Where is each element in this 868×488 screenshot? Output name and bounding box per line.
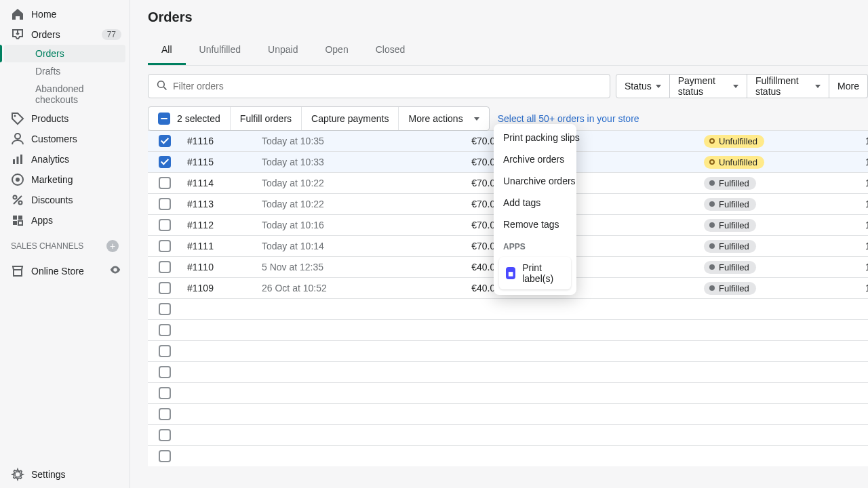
menu-print-slips[interactable]: Print packing slips xyxy=(494,127,576,148)
row-checkbox[interactable] xyxy=(159,408,171,420)
sidebar: Home Orders 77 Orders Drafts Abandoned c… xyxy=(0,0,130,488)
tab-unpaid[interactable]: Unpaid xyxy=(254,36,311,65)
order-number[interactable]: #1110 xyxy=(182,262,256,272)
bulk-capture-button[interactable]: Capture payments xyxy=(302,107,399,130)
filter-more[interactable]: More xyxy=(829,74,868,98)
order-number[interactable]: #1113 xyxy=(182,199,256,209)
filter-status[interactable]: Status xyxy=(616,74,670,98)
order-number[interactable]: #1111 xyxy=(182,241,256,251)
nav-customers[interactable]: Customers xyxy=(0,129,130,149)
menu-unarchive[interactable]: Unarchive orders xyxy=(494,170,576,192)
order-number[interactable]: #1116 xyxy=(182,136,256,146)
apps-icon xyxy=(11,214,24,227)
bulk-more-actions-button[interactable]: More actions xyxy=(399,107,488,130)
menu-add-tags[interactable]: Add tags xyxy=(494,192,576,214)
filter-payment[interactable]: Payment status xyxy=(670,74,747,98)
fulfillment-status: Fulfilled xyxy=(698,261,860,274)
row-checkbox[interactable] xyxy=(159,450,171,462)
nav-apps[interactable]: Apps xyxy=(0,210,130,230)
bulk-fulfill-button[interactable]: Fulfill orders xyxy=(231,107,302,130)
nav-analytics[interactable]: Analytics xyxy=(0,149,130,169)
subnav-drafts[interactable]: Drafts xyxy=(4,62,125,80)
menu-remove-tags[interactable]: Remove tags xyxy=(494,214,576,235)
fulfillment-status: Unfulfilled xyxy=(698,135,860,148)
row-checkbox[interactable] xyxy=(159,303,171,315)
order-number[interactable]: #1115 xyxy=(182,157,256,167)
order-number[interactable]: #1109 xyxy=(182,283,256,293)
search-input[interactable] xyxy=(173,75,610,98)
order-date: Today at 10:33 xyxy=(256,157,359,167)
checkbox-indeterminate-icon[interactable] xyxy=(158,113,170,125)
fulfillment-status: Fulfilled xyxy=(698,198,860,211)
row-checkbox[interactable] xyxy=(159,261,171,273)
nav-online-store[interactable]: Online Store xyxy=(0,260,130,281)
nav-home-label: Home xyxy=(31,9,121,20)
table-row xyxy=(148,340,868,361)
row-checkbox[interactable] xyxy=(159,198,171,210)
order-date: Today at 10:16 xyxy=(256,220,359,230)
svg-rect-13 xyxy=(18,221,22,225)
filter-fulfillment[interactable]: Fulfillment status xyxy=(747,74,829,98)
nav-settings[interactable]: Settings xyxy=(0,461,130,488)
chart-icon xyxy=(11,152,24,166)
row-checkbox[interactable] xyxy=(159,135,171,147)
add-channel-icon[interactable]: + xyxy=(106,240,119,252)
bulk-selected[interactable]: 2 selected xyxy=(149,107,231,130)
store-icon xyxy=(11,264,24,278)
select-all-link[interactable]: Select all 50+ orders in your store xyxy=(498,113,639,124)
row-checkbox[interactable] xyxy=(159,219,171,231)
order-date: Today at 10:22 xyxy=(256,178,359,188)
order-number[interactable]: #1112 xyxy=(182,220,256,230)
nav-marketing[interactable]: Marketing xyxy=(0,169,130,190)
menu-apps-header: APPS xyxy=(494,235,576,254)
nav-orders[interactable]: Orders 77 xyxy=(0,24,130,45)
row-checkbox[interactable] xyxy=(159,429,171,441)
order-items: 1 item xyxy=(860,220,868,230)
table-row xyxy=(148,424,868,445)
order-date: Today at 10:35 xyxy=(256,136,359,146)
svg-line-9 xyxy=(14,196,22,204)
row-checkbox[interactable] xyxy=(159,240,171,252)
row-checkbox[interactable] xyxy=(159,345,171,357)
subnav-abandoned[interactable]: Abandoned checkouts xyxy=(4,80,125,108)
filter-row: Status Payment status Fulfillment status… xyxy=(148,66,868,106)
order-total: €70.00 xyxy=(359,220,514,230)
nav-home[interactable]: Home xyxy=(0,4,130,24)
tab-open[interactable]: Open xyxy=(311,36,361,65)
search-icon xyxy=(157,80,167,93)
nav-discounts[interactable]: Discounts xyxy=(0,190,130,210)
percent-icon xyxy=(11,193,24,207)
order-total: €70.00 xyxy=(359,157,514,167)
main-content: Orders AllUnfulfilledUnpaidOpenClosed St… xyxy=(130,0,868,488)
svg-point-6 xyxy=(16,178,20,182)
nav-products[interactable]: Products xyxy=(0,108,130,129)
search-input-wrap[interactable] xyxy=(148,74,610,98)
tag-icon xyxy=(11,112,24,125)
tab-all[interactable]: All xyxy=(148,36,186,65)
chevron-down-icon xyxy=(656,85,661,88)
fulfillment-status: Fulfilled xyxy=(698,219,860,232)
row-checkbox[interactable] xyxy=(159,387,171,399)
tab-unfulfilled[interactable]: Unfulfilled xyxy=(186,36,254,65)
row-checkbox[interactable] xyxy=(159,282,171,294)
svg-point-14 xyxy=(158,81,165,87)
filter-group: Status Payment status Fulfillment status… xyxy=(616,74,868,98)
row-checkbox[interactable] xyxy=(159,324,171,336)
order-items: 1 item xyxy=(860,283,868,293)
order-total: €70.00 xyxy=(359,178,514,188)
table-row xyxy=(148,403,868,424)
subnav-orders[interactable]: Orders xyxy=(4,45,125,62)
order-total: €70.00 xyxy=(359,199,514,209)
gear-icon xyxy=(11,468,24,481)
tab-closed[interactable]: Closed xyxy=(362,36,419,65)
eye-icon[interactable] xyxy=(109,264,121,278)
fulfillment-badge: Fulfilled xyxy=(704,261,756,274)
svg-rect-4 xyxy=(20,155,22,164)
table-row xyxy=(148,361,868,382)
row-checkbox[interactable] xyxy=(159,156,171,168)
menu-archive[interactable]: Archive orders xyxy=(494,148,576,170)
order-number[interactable]: #1114 xyxy=(182,178,256,188)
menu-print-labels[interactable]: ◼ Print label(s) xyxy=(499,257,571,289)
row-checkbox[interactable] xyxy=(159,177,171,189)
row-checkbox[interactable] xyxy=(159,366,171,378)
